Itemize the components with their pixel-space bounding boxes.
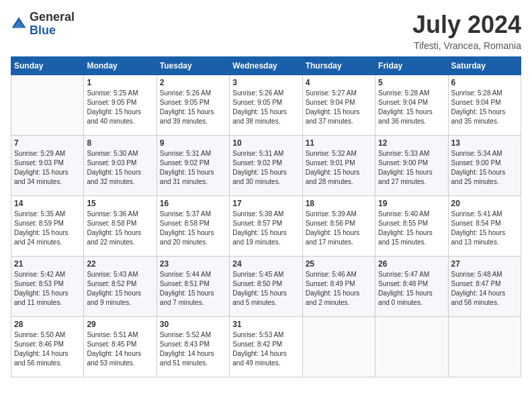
cell-3-3: 24 Sunrise: 5:45 AM Sunset: 8:50 PM Dayl… (230, 257, 302, 317)
daylight-text: Daylight: 15 hours and 22 minutes. (87, 228, 153, 247)
logo-text: General Blue (30, 11, 75, 38)
daylight-text: Daylight: 15 hours and 9 minutes. (87, 289, 153, 308)
day-number: 11 (306, 138, 372, 148)
cell-2-4: 18 Sunrise: 5:39 AM Sunset: 8:56 PM Dayl… (302, 196, 375, 257)
day-number: 26 (378, 259, 445, 269)
day-number: 7 (14, 138, 81, 148)
sunset-text: Sunset: 8:47 PM (451, 279, 518, 289)
daylight-text: Daylight: 15 hours and 27 minutes. (378, 168, 445, 187)
sunset-text: Sunset: 9:02 PM (232, 158, 299, 168)
cell-info: Sunrise: 5:33 AM Sunset: 9:00 PM Dayligh… (378, 149, 445, 187)
cell-2-1: 15 Sunrise: 5:36 AM Sunset: 8:58 PM Dayl… (84, 196, 157, 257)
daylight-text: Daylight: 15 hours and 40 minutes. (87, 107, 153, 126)
cell-info: Sunrise: 5:28 AM Sunset: 9:04 PM Dayligh… (451, 89, 518, 126)
sunrise-text: Sunrise: 5:27 AM (306, 89, 372, 98)
calendar-table: Sunday Monday Tuesday Wednesday Thursday… (11, 56, 521, 377)
sunset-text: Sunset: 8:54 PM (451, 219, 518, 228)
day-number: 29 (87, 320, 153, 329)
sunset-text: Sunset: 9:04 PM (378, 98, 445, 107)
cell-info: Sunrise: 5:42 AM Sunset: 8:53 PM Dayligh… (14, 270, 81, 308)
sunrise-text: Sunrise: 5:50 AM (14, 330, 81, 340)
daylight-text: Daylight: 15 hours and 25 minutes. (451, 168, 518, 187)
daylight-text: Daylight: 15 hours and 20 minutes. (160, 228, 226, 247)
day-number: 17 (232, 199, 299, 208)
daylight-text: Daylight: 15 hours and 11 minutes. (14, 289, 81, 308)
sunset-text: Sunset: 9:01 PM (306, 158, 372, 168)
cell-info: Sunrise: 5:46 AM Sunset: 8:49 PM Dayligh… (306, 270, 372, 308)
day-number: 1 (87, 78, 153, 87)
sunrise-text: Sunrise: 5:29 AM (14, 149, 81, 158)
day-number: 12 (378, 138, 445, 148)
cell-0-1: 1 Sunrise: 5:25 AM Sunset: 9:05 PM Dayli… (84, 75, 157, 136)
day-number: 4 (306, 78, 372, 87)
cell-0-2: 2 Sunrise: 5:26 AM Sunset: 9:05 PM Dayli… (157, 75, 229, 136)
cell-info: Sunrise: 5:35 AM Sunset: 8:59 PM Dayligh… (14, 210, 81, 247)
cell-info: Sunrise: 5:29 AM Sunset: 9:03 PM Dayligh… (14, 149, 81, 187)
sunrise-text: Sunrise: 5:28 AM (378, 89, 445, 98)
sunset-text: Sunset: 9:04 PM (451, 98, 518, 107)
cell-1-2: 9 Sunrise: 5:31 AM Sunset: 9:02 PM Dayli… (157, 136, 229, 196)
sunrise-text: Sunrise: 5:36 AM (87, 210, 153, 219)
daylight-text: Daylight: 15 hours and 0 minutes. (378, 289, 445, 308)
cell-info: Sunrise: 5:26 AM Sunset: 9:05 PM Dayligh… (160, 89, 226, 126)
day-number: 15 (87, 199, 153, 208)
cell-0-3: 3 Sunrise: 5:26 AM Sunset: 9:05 PM Dayli… (230, 75, 302, 136)
sunset-text: Sunset: 8:55 PM (378, 219, 445, 228)
logo-blue-text: Blue (30, 24, 75, 38)
cell-3-4: 25 Sunrise: 5:46 AM Sunset: 8:49 PM Dayl… (302, 257, 375, 317)
sunrise-text: Sunrise: 5:31 AM (160, 149, 226, 158)
cell-2-3: 17 Sunrise: 5:38 AM Sunset: 8:57 PM Dayl… (230, 196, 302, 257)
sunrise-text: Sunrise: 5:44 AM (160, 270, 226, 279)
sunset-text: Sunset: 9:05 PM (232, 98, 299, 107)
day-number: 16 (160, 199, 226, 208)
sunrise-text: Sunrise: 5:43 AM (87, 270, 153, 279)
sunset-text: Sunset: 8:56 PM (306, 219, 372, 228)
daylight-text: Daylight: 14 hours and 56 minutes. (14, 349, 81, 368)
cell-3-0: 21 Sunrise: 5:42 AM Sunset: 8:53 PM Dayl… (11, 257, 84, 317)
cell-info: Sunrise: 5:36 AM Sunset: 8:58 PM Dayligh… (87, 210, 153, 247)
cell-3-2: 23 Sunrise: 5:44 AM Sunset: 8:51 PM Dayl… (157, 257, 229, 317)
sunrise-text: Sunrise: 5:33 AM (378, 149, 445, 158)
daylight-text: Daylight: 15 hours and 15 minutes. (378, 228, 445, 247)
cell-info: Sunrise: 5:52 AM Sunset: 8:43 PM Dayligh… (160, 330, 226, 368)
cell-4-0: 28 Sunrise: 5:50 AM Sunset: 8:46 PM Dayl… (11, 317, 84, 377)
daylight-text: Daylight: 15 hours and 7 minutes. (160, 289, 226, 308)
sunset-text: Sunset: 9:05 PM (160, 98, 226, 107)
location-title: Tifesti, Vrancea, Romania (412, 40, 521, 51)
cell-4-6 (448, 317, 521, 377)
week-row-1: 7 Sunrise: 5:29 AM Sunset: 9:03 PM Dayli… (11, 136, 521, 196)
cell-0-0 (11, 75, 84, 136)
cell-1-3: 10 Sunrise: 5:31 AM Sunset: 9:02 PM Dayl… (230, 136, 302, 196)
cell-info: Sunrise: 5:39 AM Sunset: 8:56 PM Dayligh… (306, 210, 372, 247)
sunset-text: Sunset: 9:02 PM (160, 158, 226, 168)
sunrise-text: Sunrise: 5:39 AM (306, 210, 372, 219)
sunrise-text: Sunrise: 5:48 AM (451, 270, 518, 279)
sunset-text: Sunset: 8:49 PM (306, 279, 372, 289)
daylight-text: Daylight: 15 hours and 36 minutes. (378, 107, 445, 126)
sunset-text: Sunset: 8:57 PM (232, 219, 299, 228)
day-number: 23 (160, 259, 226, 269)
cell-info: Sunrise: 5:37 AM Sunset: 8:58 PM Dayligh… (160, 210, 226, 247)
sunrise-text: Sunrise: 5:28 AM (451, 89, 518, 98)
day-number: 6 (451, 78, 518, 87)
month-title: July 2024 (412, 11, 521, 39)
cell-info: Sunrise: 5:32 AM Sunset: 9:01 PM Dayligh… (306, 149, 372, 187)
sunrise-text: Sunrise: 5:32 AM (306, 149, 372, 158)
cell-3-6: 27 Sunrise: 5:48 AM Sunset: 8:47 PM Dayl… (448, 257, 521, 317)
cell-info: Sunrise: 5:45 AM Sunset: 8:50 PM Dayligh… (232, 270, 299, 308)
day-number: 27 (451, 259, 518, 269)
daylight-text: Daylight: 15 hours and 35 minutes. (451, 107, 518, 126)
sunrise-text: Sunrise: 5:53 AM (232, 330, 299, 340)
cell-4-4 (302, 317, 375, 377)
cell-info: Sunrise: 5:31 AM Sunset: 9:02 PM Dayligh… (160, 149, 226, 187)
daylight-text: Daylight: 15 hours and 30 minutes. (232, 168, 299, 187)
cell-info: Sunrise: 5:44 AM Sunset: 8:51 PM Dayligh… (160, 270, 226, 308)
header-wednesday: Wednesday (230, 57, 302, 75)
cell-info: Sunrise: 5:31 AM Sunset: 9:02 PM Dayligh… (232, 149, 299, 187)
cell-info: Sunrise: 5:50 AM Sunset: 8:46 PM Dayligh… (14, 330, 81, 368)
sunset-text: Sunset: 9:00 PM (451, 158, 518, 168)
sunrise-text: Sunrise: 5:31 AM (232, 149, 299, 158)
sunset-text: Sunset: 8:59 PM (14, 219, 81, 228)
cell-1-6: 13 Sunrise: 5:34 AM Sunset: 9:00 PM Dayl… (448, 136, 521, 196)
cell-info: Sunrise: 5:34 AM Sunset: 9:00 PM Dayligh… (451, 149, 518, 187)
